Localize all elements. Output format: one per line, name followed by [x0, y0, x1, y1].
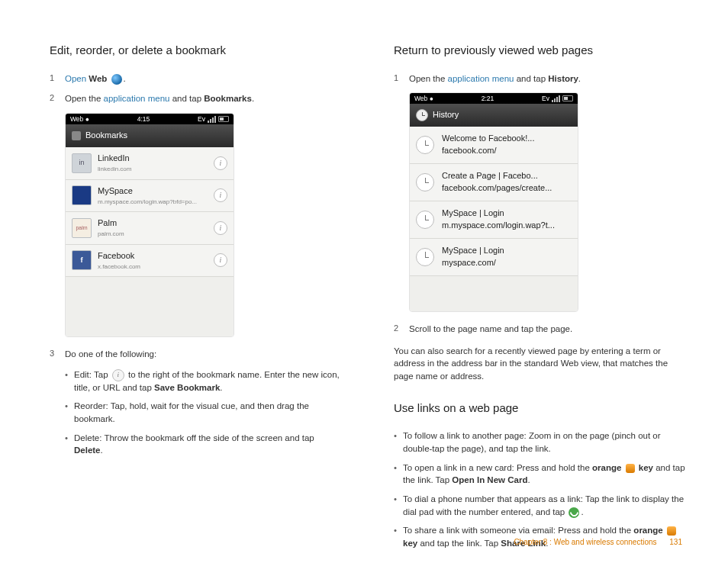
bullet-follow-link: To follow a link to another page: Zoom i…: [394, 429, 686, 455]
clock-icon: [416, 211, 434, 229]
bullet-open-new-card: To open a link in a new card: Press and …: [394, 462, 686, 487]
open-link[interactable]: Open: [65, 74, 89, 83]
period: .: [578, 74, 581, 83]
text: Delete: Throw the bookmark off the side …: [74, 433, 314, 442]
status-app-name: Web: [414, 95, 427, 102]
open-in-new-card-bold: Open In New Card: [452, 475, 527, 484]
period: .: [252, 94, 254, 103]
bookmark-title: LinkedIn: [98, 153, 208, 165]
heading-edit-bookmark: Edit, reorder, or delete a bookmark: [50, 42, 342, 59]
bookmark-title: MySpace: [98, 185, 208, 198]
orange-key-icon: [626, 464, 635, 473]
bookmark-row[interactable]: MySpace m.myspace.com/login.wap?bfd=po..…: [66, 180, 234, 213]
history-phone-screenshot: Web ● 2:21 Ev History Welcome to Faceboo…: [409, 92, 578, 312]
history-bold: History: [548, 74, 578, 83]
status-dot: ●: [430, 95, 433, 102]
web-bold: Web: [89, 74, 107, 83]
phone-status-bar: Web ● 2:21 Ev: [410, 93, 578, 104]
status-ev: Ev: [542, 94, 549, 103]
links-bullets: To follow a link to another page: Zoom i…: [394, 429, 686, 549]
web-globe-icon: [111, 74, 122, 85]
history-url: facebook.com/pages/create...: [442, 182, 552, 195]
phone-header-title: Bookmarks: [85, 130, 127, 142]
phone-status-bar: Web ● 4:15 Ev: [66, 114, 234, 124]
bullet-dial-number: To dial a phone number that appears as a…: [394, 493, 686, 518]
text: To dial a phone number that appears as a…: [403, 494, 684, 516]
orange-bold: orange: [592, 463, 621, 472]
bookmark-tag-icon: [72, 131, 81, 140]
page-number: 131: [669, 538, 682, 546]
step-2: 2 Open the application menu and tap Book…: [50, 92, 342, 105]
save-bookmark-bold: Save Bookmark: [154, 383, 220, 392]
heading-return-pages: Return to previously viewed web pages: [394, 42, 686, 59]
period: .: [124, 74, 126, 83]
palm-icon: palm: [72, 218, 92, 238]
step-body: Open Web .: [65, 72, 342, 85]
bookmark-row[interactable]: palm Palm palm.com i: [66, 212, 234, 245]
history-row[interactable]: MySpace | Login myspace.com/: [410, 239, 578, 276]
text: .: [101, 446, 103, 455]
key-bold: key: [636, 463, 653, 472]
clock-icon: [416, 136, 434, 154]
left-column: Edit, reorder, or delete a bookmark 1 Op…: [50, 42, 368, 532]
application-menu-link[interactable]: application menu: [448, 74, 514, 83]
text: .: [220, 383, 222, 392]
bookmark-row[interactable]: in LinkedIn linkedin.com i: [66, 147, 234, 180]
heading-use-links: Use links on a web page: [394, 400, 686, 417]
history-row[interactable]: Create a Page | Facebo... facebook.com/p…: [410, 164, 578, 201]
steps-left-continued: 3 Do one of the following:: [50, 348, 342, 361]
step-number: 3: [50, 348, 65, 361]
phone-header: History: [410, 104, 578, 127]
info-icon: i: [112, 369, 124, 381]
step-3: 3 Do one of the following:: [50, 348, 342, 361]
phone-header-title: History: [433, 109, 459, 121]
status-time: 4:15: [137, 114, 150, 124]
step-body: Scroll to the page name and tap the page…: [409, 323, 686, 336]
bookmark-url: linkedin.com: [98, 165, 208, 174]
orange-key-icon: [667, 526, 676, 536]
bookmark-title: Facebook: [98, 250, 208, 262]
bullet-reorder: Reorder: Tap, hold, wait for the visual …: [65, 400, 342, 425]
history-row[interactable]: Welcome to Facebook!... facebook.com/: [410, 127, 578, 164]
status-ev: Ev: [198, 114, 205, 124]
bookmark-url: x.facebook.com: [98, 262, 208, 272]
history-title: MySpace | Login: [442, 245, 504, 257]
clock-icon: [416, 173, 434, 191]
step-number: 1: [50, 72, 65, 85]
orange-bold: orange: [633, 526, 662, 535]
myspace-icon: [72, 185, 92, 205]
step-body: Open the application menu and tap Histor…: [409, 72, 686, 85]
step-1: 1 Open Web .: [50, 72, 342, 85]
step-1: 1 Open the application menu and tap Hist…: [394, 72, 686, 85]
bookmark-url: m.myspace.com/login.wap?bfd=po...: [98, 198, 208, 207]
clock-icon: [416, 248, 434, 266]
history-url: facebook.com/: [442, 145, 534, 157]
page: Edit, reorder, or delete a bookmark 1 Op…: [0, 0, 728, 563]
steps-left: 1 Open Web . 2 Open the application menu…: [50, 72, 342, 105]
bookmark-url: palm.com: [98, 230, 208, 239]
history-row[interactable]: MySpace | Login m.myspace.com/login.wap?…: [410, 201, 578, 239]
application-menu-link[interactable]: application menu: [104, 94, 170, 103]
text: .: [527, 475, 530, 484]
bookmark-row[interactable]: f Facebook x.facebook.com i: [66, 245, 234, 278]
bookmark-title: Palm: [98, 217, 208, 230]
page-footer: Chapter 8 : Web and wireless connections…: [514, 538, 682, 546]
info-icon[interactable]: i: [214, 188, 227, 202]
delete-bold: Delete: [74, 446, 101, 455]
bullet-delete: Delete: Throw the bookmark off the side …: [65, 432, 342, 457]
info-icon[interactable]: i: [214, 156, 227, 170]
status-dot: ●: [85, 115, 89, 123]
right-column: Return to previously viewed web pages 1 …: [368, 42, 686, 532]
bullet-edit: Edit: Tap i to the right of the bookmark…: [65, 368, 342, 394]
text: To open a link in a new card: Press and …: [403, 463, 592, 472]
info-icon[interactable]: i: [214, 253, 227, 267]
text: Open the: [409, 74, 448, 83]
status-time: 2:21: [482, 94, 494, 103]
bookmarks-phone-screenshot: Web ● 4:15 Ev Bookmarks in LinkedIn link…: [65, 113, 234, 337]
history-title: Welcome to Facebook!...: [442, 133, 534, 145]
steps-right-continued: 2 Scroll to the page name and tap the pa…: [394, 323, 686, 336]
info-icon[interactable]: i: [214, 221, 227, 235]
battery-icon: [218, 116, 229, 122]
signal-icon: [208, 116, 216, 123]
battery-icon: [562, 95, 573, 101]
